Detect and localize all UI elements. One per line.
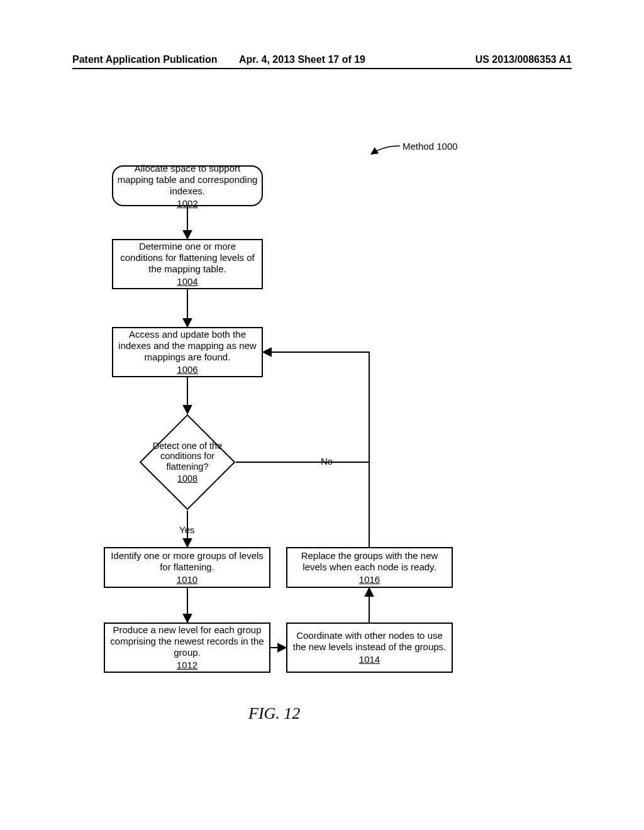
- connectors: [0, 0, 644, 830]
- step-1006-text: Access and update both the indexes and t…: [117, 329, 258, 363]
- step-1004-num: 1004: [177, 276, 197, 287]
- step-1002: Allocate space to support mapping table …: [112, 165, 263, 206]
- step-1004-text: Determine one or more conditions for fla…: [117, 241, 258, 275]
- header-rule: [72, 68, 572, 69]
- page: Patent Application Publication Apr. 4, 2…: [0, 0, 644, 830]
- step-1004: Determine one or more conditions for fla…: [112, 239, 263, 289]
- header-right: US 2013/0086353 A1: [475, 54, 572, 65]
- step-1014-text: Coordinate with other nodes to use the n…: [291, 630, 448, 653]
- step-1016-text: Replace the groups with the new levels w…: [291, 550, 448, 573]
- step-1006-num: 1006: [177, 364, 197, 375]
- header-center: Apr. 4, 2013 Sheet 17 of 19: [239, 54, 365, 65]
- step-1012-num: 1012: [177, 660, 197, 671]
- step-1010-num: 1010: [177, 574, 197, 585]
- step-1012-text: Produce a new level for each group compr…: [109, 624, 265, 658]
- branch-no-label: No: [321, 456, 333, 467]
- step-1014-num: 1014: [359, 654, 380, 665]
- decision-1008-label: Detect one of the conditions for flatten…: [139, 414, 236, 511]
- decision-1008-num: 1008: [177, 473, 197, 484]
- decision-1008-text: Detect one of the conditions for flatten…: [139, 441, 236, 472]
- step-1002-text: Allocate space to support mapping table …: [117, 163, 258, 197]
- step-1016-num: 1016: [359, 574, 380, 585]
- step-1014: Coordinate with other nodes to use the n…: [286, 622, 453, 673]
- branch-yes-label: Yes: [179, 524, 194, 535]
- method-label: Method 1000: [402, 141, 458, 152]
- step-1006: Access and update both the indexes and t…: [112, 327, 263, 377]
- decision-1008: Detect one of the conditions for flatten…: [139, 414, 236, 511]
- step-1010-text: Identify one or more groups of levels fo…: [109, 550, 265, 573]
- step-1002-num: 1002: [177, 198, 197, 209]
- step-1010: Identify one or more groups of levels fo…: [104, 547, 270, 588]
- figure-caption: FIG. 12: [248, 704, 300, 723]
- header-left: Patent Application Publication: [72, 54, 218, 65]
- step-1012: Produce a new level for each group compr…: [104, 622, 270, 673]
- step-1016: Replace the groups with the new levels w…: [286, 547, 453, 588]
